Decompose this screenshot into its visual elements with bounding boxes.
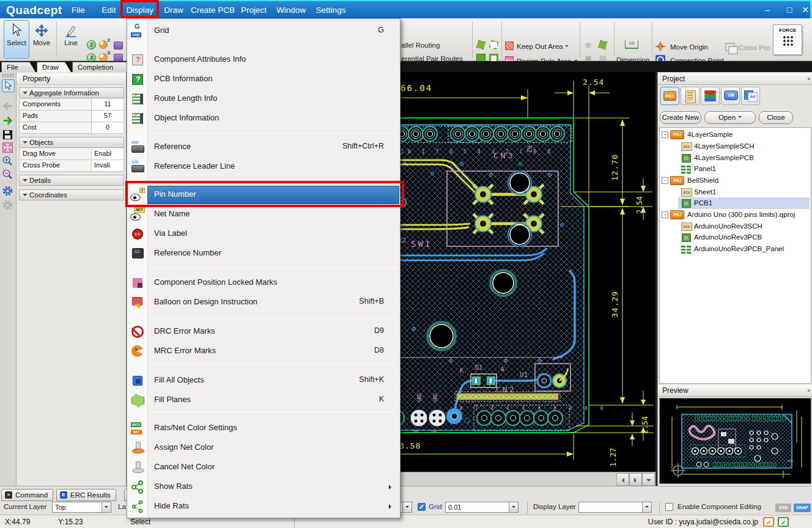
- tree-item-panel[interactable]: ArduinoUnoRev3PCB_Panel: [660, 243, 811, 255]
- redo-icon[interactable]: [2, 115, 15, 128]
- chevron-down-icon[interactable]: [402, 502, 412, 512]
- partial-icon[interactable]: [114, 42, 123, 50]
- menu-item-grid[interactable]: GridG: [127, 21, 400, 41]
- section-coordinates[interactable]: Coordinates: [19, 189, 124, 200]
- collapse-icon[interactable]: [662, 177, 668, 184]
- menu-item-via-label[interactable]: Via Label: [127, 224, 400, 244]
- grid-checkbox[interactable]: [418, 503, 426, 511]
- doc-tab-completion[interactable]: Completion: [72, 62, 133, 72]
- project-panel-header[interactable]: Project ››: [658, 73, 812, 85]
- menu-item-fill-planes[interactable]: Fill PlanesK: [127, 391, 400, 410]
- menu-file[interactable]: File: [66, 1, 90, 20]
- menu-item-fill-all-objects[interactable]: Fill All ObjectsShift+K: [127, 371, 400, 391]
- display-layer-select[interactable]: [578, 502, 652, 513]
- open-button[interactable]: Open: [704, 111, 756, 124]
- circle-2-icon[interactable]: 2: [87, 40, 96, 50]
- move-tool-button[interactable]: Move: [31, 20, 53, 59]
- select-mode-icon[interactable]: [2, 79, 15, 92]
- menu-settings[interactable]: Settings: [313, 1, 349, 20]
- status-check-orange-icon[interactable]: ✓: [763, 517, 774, 527]
- menu-item-reference-leader-line[interactable]: Reference Leader Line: [127, 157, 400, 177]
- enable-component-editing-checkbox[interactable]: [665, 503, 673, 511]
- scroll-down-icon[interactable]: [642, 473, 655, 486]
- tree-item-pcb-selected[interactable]: PCB1: [660, 197, 811, 209]
- grid-size-select[interactable]: 0.01: [445, 502, 519, 513]
- section-details[interactable]: Details: [19, 175, 124, 186]
- preview-panel-header[interactable]: Preview ››: [658, 385, 812, 397]
- layers-view-button[interactable]: [701, 87, 720, 105]
- doc-tab-file[interactable]: File: [1, 62, 35, 72]
- tree-item-project[interactable]: 4LayerSample: [660, 129, 811, 141]
- chevron-down-icon[interactable]: [102, 502, 111, 512]
- menu-item-balloon-on-design-instruction[interactable]: Balloon on Design InstructionShift+B: [127, 293, 400, 312]
- select-tool-button[interactable]: Select: [4, 20, 29, 59]
- toolbar-grip[interactable]: [2, 74, 13, 77]
- settings-gear-icon[interactable]: [2, 185, 15, 198]
- create-new-button[interactable]: Create New: [660, 111, 701, 124]
- arc-2-icon[interactable]: 2: [99, 40, 108, 49]
- object-view-button[interactable]: [721, 87, 740, 105]
- parallel-routing-label[interactable]: allel Routing: [401, 42, 440, 49]
- zoom-extents-icon[interactable]: [2, 142, 15, 155]
- section-objects[interactable]: Objects: [19, 137, 124, 148]
- menu-item-drc-error-marks[interactable]: DRC Error MarksD9: [127, 322, 400, 342]
- menu-item-route-length-info[interactable]: Route Length Info: [127, 89, 400, 109]
- menu-item-component-position-locked-marks[interactable]: Component Position Locked Marks: [127, 273, 400, 293]
- collapse-chevrons-icon[interactable]: ››: [807, 385, 809, 396]
- tree-item-pcb[interactable]: ArduinoUnoRev3PCB: [660, 232, 811, 243]
- tree-item-panel[interactable]: Panel1: [660, 163, 811, 175]
- tree-item-schematic[interactable]: 4LayerSampleSCH: [660, 141, 811, 152]
- maximize-button[interactable]: □: [781, 1, 797, 20]
- menu-item-component-attributes-info[interactable]: Component Attributes Info: [127, 50, 400, 70]
- preview-viewport[interactable]: [659, 398, 811, 484]
- tree-item-schematic[interactable]: ArduinoUnoRev3SCH: [660, 221, 811, 232]
- menu-item-pcb-information[interactable]: PCB Information: [127, 70, 400, 89]
- tree-item-pcb[interactable]: 4LayerSamplePCB: [660, 152, 811, 164]
- minimize-button[interactable]: –: [759, 1, 775, 20]
- menu-item-mrc-error-marks[interactable]: MRC Error MarksD8: [127, 342, 400, 361]
- area-poly-outline-icon[interactable]: [489, 40, 498, 50]
- window-view-button[interactable]: [741, 87, 760, 105]
- menu-item-object-information[interactable]: Object Information: [127, 109, 400, 128]
- component-view-button[interactable]: [681, 87, 699, 105]
- save-icon[interactable]: [2, 129, 15, 142]
- collapse-chevrons-icon[interactable]: ››: [807, 73, 809, 84]
- collapse-icon[interactable]: [662, 131, 668, 138]
- tree-item-project[interactable]: Arduino Uno (300 pins limits).qproj: [660, 209, 811, 221]
- chevron-down-icon[interactable]: [642, 502, 651, 512]
- menu-item-assign-net-color[interactable]: Assign Net Color: [127, 438, 400, 458]
- plane-tool-icon[interactable]: [598, 40, 607, 50]
- tree-item-project[interactable]: BellShield: [660, 175, 811, 186]
- zoom-out-icon[interactable]: [2, 169, 15, 182]
- menu-draw[interactable]: Draw: [160, 1, 187, 20]
- tab-erc-results[interactable]: ERC Results: [56, 489, 116, 501]
- area-poly-filled-icon[interactable]: [476, 40, 485, 50]
- doc-tab-draw[interactable]: Draw: [37, 62, 71, 72]
- force-button[interactable]: FORCE: [773, 24, 802, 55]
- current-layer-select[interactable]: Top: [52, 502, 111, 513]
- tab-command[interactable]: Command: [1, 489, 53, 501]
- tree-item-schematic[interactable]: Sheet1: [660, 186, 811, 198]
- scroll-left-icon[interactable]: [616, 473, 629, 486]
- chevron-down-icon[interactable]: [509, 502, 518, 512]
- menu-create-pcb[interactable]: Create PCB: [190, 1, 236, 20]
- zoom-in-icon[interactable]: [2, 155, 15, 168]
- collapse-icon[interactable]: [662, 211, 668, 218]
- snap-button[interactable]: SNAP: [794, 504, 811, 512]
- ess-button[interactable]: ESS: [775, 504, 791, 512]
- close-project-button[interactable]: Close: [759, 111, 793, 124]
- section-aggregate-information[interactable]: Aggregate Information: [19, 87, 124, 98]
- menu-window[interactable]: Window: [274, 1, 308, 20]
- move-origin-button[interactable]: Move Origin: [670, 43, 708, 51]
- project-view-button[interactable]: [660, 87, 679, 105]
- line-tool-button[interactable]: Line: [59, 20, 83, 59]
- status-check-green-icon[interactable]: ✓: [778, 517, 789, 527]
- menu-edit[interactable]: Edit: [97, 1, 121, 20]
- menu-item-reference[interactable]: ReferenceShift+Ctrl+R: [127, 138, 400, 157]
- arc-3-icon[interactable]: 3: [99, 53, 108, 62]
- menu-item-reference-number[interactable]: Reference Number: [127, 244, 400, 263]
- menu-item-net-name[interactable]: Net Name: [127, 205, 400, 224]
- scroll-right-icon[interactable]: [629, 473, 642, 486]
- keep-out-area-button[interactable]: Keep Out Area: [517, 43, 569, 50]
- menu-item-rats-net-color-settings[interactable]: Rats/Net Color Settings: [127, 419, 400, 438]
